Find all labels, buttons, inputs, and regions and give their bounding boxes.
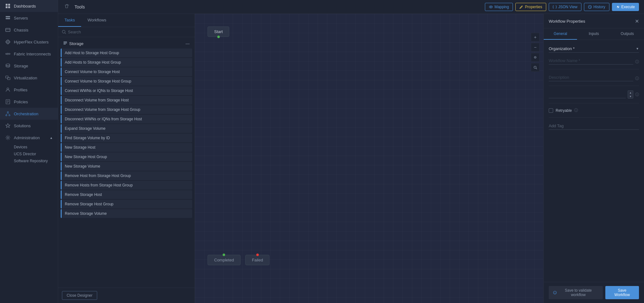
divider-1	[549, 69, 639, 69]
svg-rect-18	[6, 76, 8, 78]
sidebar-item-hyperflex[interactable]: HyperFlex Clusters	[0, 36, 58, 48]
sidebar-item-servers[interactable]: Servers	[0, 12, 58, 24]
task-item[interactable]: Add Hosts to Storage Host Group	[61, 58, 192, 67]
task-item[interactable]: New Storage Host Group	[61, 152, 192, 161]
sidebar-item-profiles[interactable]: Profiles	[0, 84, 58, 96]
sidebar-subitem-softwarerepo[interactable]: Software Repository	[0, 157, 58, 164]
task-item[interactable]: Expand Storage Volume	[61, 124, 192, 133]
sidebar-item-fabric[interactable]: Fabric Interconnects	[0, 48, 58, 60]
workflow-name-input[interactable]	[549, 57, 633, 65]
tab-tasks[interactable]: Tasks	[58, 14, 81, 27]
sidebar-subitem-devices[interactable]: Devices	[0, 144, 58, 151]
sidebar-item-chassis[interactable]: Chassis	[0, 24, 58, 36]
clock-icon	[588, 5, 592, 9]
search-input[interactable]	[68, 30, 191, 34]
task-item[interactable]: Disconnect WWNs or IQNs from Storage Hos…	[61, 115, 192, 123]
version-up-button[interactable]: ▲	[628, 91, 633, 94]
sidebar-item-virtualization[interactable]: Virtualization	[0, 72, 58, 84]
divider-3	[549, 103, 639, 103]
node-failed[interactable]: Failed	[245, 255, 269, 265]
task-item[interactable]: Add Host to Storage Host Group	[61, 49, 192, 57]
task-item[interactable]: Connect Volume to Storage Host	[61, 67, 192, 76]
prop-tab-general[interactable]: General	[544, 28, 577, 40]
sidebar-item-chassis-label: Chassis	[14, 28, 28, 32]
task-item[interactable]: New Storage Volume	[61, 162, 192, 171]
sidebar-item-policies[interactable]: Policies	[0, 96, 58, 108]
node-start[interactable]: Start	[208, 26, 229, 37]
add-tag-field: Add Tag	[549, 122, 639, 130]
save-to-validate-button[interactable]: i Save to validate workflow	[549, 286, 603, 299]
properties-panel: Workflow Properties ✕ General Inputs Out…	[543, 14, 644, 303]
node-completed[interactable]: Completed	[208, 255, 241, 265]
divider-4	[549, 117, 639, 118]
zoom-out-button[interactable]: −	[531, 43, 540, 52]
zoom-in-button[interactable]: +	[531, 33, 540, 42]
description-input[interactable]	[549, 74, 633, 81]
svg-point-41	[534, 66, 536, 68]
svg-point-27	[9, 115, 10, 116]
sidebar-item-dashboards[interactable]: Dashboards	[0, 0, 58, 12]
task-item[interactable]: Remove Host from Storage Host Group	[61, 171, 192, 180]
task-item[interactable]: Connect WWNs or IQNs to Storage Host	[61, 86, 192, 95]
task-item[interactable]: Disconnect Volume from Storage Host Grou…	[61, 105, 192, 114]
close-designer-button[interactable]: Close Designer	[62, 291, 97, 300]
tab-workflows[interactable]: Workflows	[81, 14, 113, 27]
task-items-container: Add Host to Storage Host GroupAdd Hosts …	[61, 49, 192, 218]
box-icon	[5, 27, 11, 33]
save-workflow-button[interactable]: Save Workflow	[605, 286, 639, 299]
task-item[interactable]: Connect Volume to Storage Host Group	[61, 77, 192, 86]
task-item[interactable]: Remove Storage Host	[61, 190, 192, 199]
json-view-button[interactable]: JSON View	[549, 3, 581, 11]
fit-view-button[interactable]	[531, 53, 540, 62]
organization-select[interactable]: Organization *	[549, 46, 636, 51]
workflow-name-info-icon: ⓘ	[635, 59, 639, 65]
eye-icon	[489, 5, 493, 9]
properties-header: Workflow Properties ✕	[544, 14, 644, 28]
version-field: 1 ▲ ▼ ⓘ	[549, 90, 639, 99]
sidebar-item-orchestration[interactable]: Orchestration	[0, 108, 58, 120]
execute-button[interactable]: Execute	[612, 3, 639, 11]
svg-line-42	[536, 68, 537, 69]
task-item[interactable]: New Storage Host	[61, 143, 192, 152]
collapse-button[interactable]: —	[186, 41, 190, 46]
sidebar-subitem-ucsdirector[interactable]: UCS Director	[0, 151, 58, 157]
solutions-icon	[5, 123, 11, 129]
svg-rect-3	[8, 6, 10, 8]
task-item[interactable]: Remove Hosts from Storage Host Group	[61, 181, 192, 190]
orchestration-icon	[5, 111, 11, 117]
list-icon	[63, 41, 67, 46]
properties-button[interactable]: Properties	[515, 3, 546, 11]
close-properties-button[interactable]: ✕	[635, 18, 639, 24]
task-item[interactable]: Find Storage Volume by ID	[61, 134, 192, 142]
sidebar-item-administration[interactable]: Administration ▲	[0, 132, 58, 144]
admin-icon	[5, 135, 11, 140]
task-item[interactable]: Disconnect Volume from Storage Host	[61, 96, 192, 105]
search-canvas-button[interactable]	[531, 63, 540, 72]
svg-point-30	[7, 137, 9, 139]
info-circle-icon: i	[553, 291, 557, 294]
sidebar-item-fabric-label: Fabric Interconnects	[14, 52, 51, 56]
svg-point-20	[7, 88, 9, 90]
designer-area: Tasks Workflows	[58, 14, 644, 303]
svg-rect-36	[64, 42, 67, 42]
add-tag-input[interactable]: Add Tag	[549, 122, 639, 130]
version-down-button[interactable]: ▼	[628, 94, 633, 98]
mapping-button[interactable]: Mapping	[485, 3, 513, 11]
version-info-icon: ⓘ	[635, 92, 639, 97]
sidebar-item-solutions[interactable]: Solutions	[0, 120, 58, 132]
task-item[interactable]: Remove Storage Volume	[61, 209, 192, 218]
trash-icon[interactable]	[63, 3, 71, 11]
retryable-checkbox[interactable]	[549, 108, 553, 113]
prop-tab-inputs[interactable]: Inputs	[577, 28, 610, 40]
version-input[interactable]: 1	[549, 91, 626, 98]
workflow-canvas[interactable]: Start Completed Failed + −	[195, 14, 543, 303]
sidebar-item-orchestration-label: Orchestration	[14, 111, 38, 116]
history-button[interactable]: History	[584, 3, 609, 11]
search-icon	[62, 30, 66, 34]
bolt-icon	[616, 5, 620, 9]
sidebar-item-storage[interactable]: Storage	[0, 60, 58, 72]
task-item[interactable]: Remove Storage Host Group	[61, 200, 192, 209]
version-controls: ▲ ▼	[628, 90, 633, 99]
search-box	[58, 27, 195, 37]
prop-tab-outputs[interactable]: Outputs	[611, 28, 644, 40]
